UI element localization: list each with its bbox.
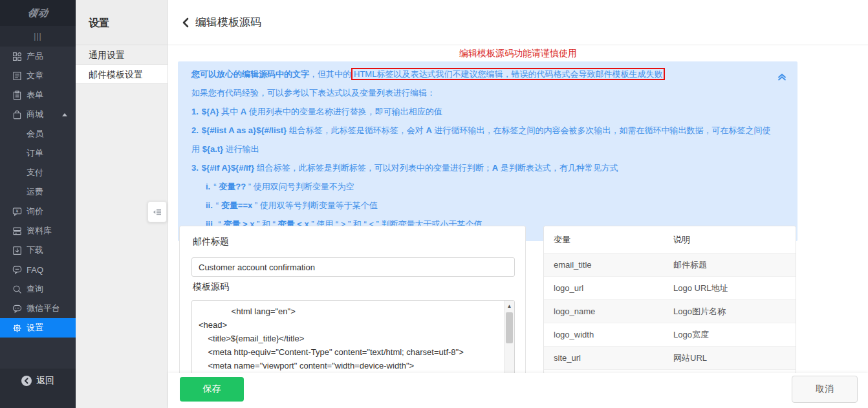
collapse-bars-icon: ||| [34, 32, 41, 41]
info-list-item: ii.“ 变量==x ” 使用双等号判断变量等于某个值 [191, 196, 772, 215]
sidebar-item-label: 商城 [27, 109, 43, 120]
search-icon [12, 284, 22, 294]
secondary-sidebar-header: 设置 [76, 0, 168, 45]
primary-sidebar: 领动 ||| 产品文章表单商城会员订单支付运费¥询价资料库下载FAQ查询微信平台… [0, 0, 76, 408]
variable-name: site_url [544, 353, 673, 363]
sidebar-item-shipping[interactable]: 运费 [0, 182, 76, 202]
sidebar-item-label: 表单 [27, 89, 43, 101]
chevron-double-up-icon [777, 72, 787, 82]
variable-name: logo_url [544, 283, 673, 293]
save-button[interactable]: 保存 [180, 377, 244, 402]
info-line-1-bold: 您可以放心的编辑源码中的文字 [191, 69, 309, 79]
cancel-button[interactable]: 取消 [792, 376, 858, 403]
warning-text: 编辑模板源码功能请谨慎使用 [168, 48, 868, 59]
menu-collapse-button[interactable] [147, 201, 167, 222]
variables-table-header: 变量 说明 [544, 226, 796, 253]
logo[interactable]: 领动 [0, 0, 76, 26]
sidebar-collapse-toggle[interactable]: ||| [0, 26, 76, 47]
sidebar-item-articles[interactable]: 文章 [0, 66, 76, 85]
info-box: 您可以放心的编辑源码中的文字，但其中的HTML标签以及表达式我们不建议您编辑，错… [178, 61, 797, 241]
inquiry-icon: ¥ [12, 206, 22, 217]
variables-header-name: 变量 [544, 234, 673, 246]
faq-icon [12, 264, 22, 275]
page-title: 编辑模板源码 [195, 15, 261, 30]
variable-description: Logo图片名称 [673, 306, 796, 317]
variable-description: 网站URL [673, 352, 796, 364]
secondary-sidebar-title: 设置 [89, 17, 109, 28]
page: 领动 ||| 产品文章表单商城会员订单支付运费¥询价资料库下载FAQ查询微信平台… [0, 0, 868, 408]
template-source-label: 模板源码 [193, 281, 229, 293]
svg-text:¥: ¥ [16, 208, 18, 213]
sidebar-item-label: 下载 [27, 244, 43, 256]
back-chevron-icon[interactable] [181, 17, 190, 28]
variable-row: logo_urlLogo URL地址 [544, 277, 796, 300]
back-circle-icon [21, 376, 32, 386]
sidebar-item-library[interactable]: 资料库 [0, 221, 76, 241]
action-footer: 保存 取消 [168, 373, 868, 408]
sidebar-item-members[interactable]: 会员 [0, 124, 76, 144]
variable-row: logo_widthLogo宽度 [544, 323, 796, 347]
sidebar-item-forms[interactable]: 表单 [0, 85, 76, 105]
sidebar-item-label: 微信平台 [27, 303, 60, 314]
grid-icon [12, 51, 22, 61]
variable-name: logo_name [544, 306, 673, 316]
sidebar-item-label: 会员 [27, 128, 43, 140]
settings-menu-item-general[interactable]: 通用设置 [76, 45, 168, 65]
sidebar-item-settings[interactable]: 设置 [0, 318, 76, 338]
scrollbar-thumb[interactable] [506, 312, 513, 343]
info-item-number: 3. [191, 163, 199, 173]
variable-name: logo_width [544, 330, 673, 339]
info-item-number: ii. [206, 200, 213, 210]
expand-arrow-icon [62, 113, 67, 116]
main-content: 编辑模板源码 编辑模板源码功能请谨慎使用 您可以放心的编辑源码中的文字，但其中的… [168, 0, 868, 408]
sidebar-item-label: 设置 [27, 322, 43, 334]
form-icon [12, 90, 22, 100]
info-line-2: 如果您有代码经验，可以参考以下表达式以及变量列表进行编辑： [191, 83, 772, 102]
sidebar-item-payment[interactable]: 支付 [0, 163, 76, 182]
info-line-1: 您可以放心的编辑源码中的文字，但其中的HTML标签以及表达式我们不建议您编辑，错… [191, 65, 772, 83]
sidebar-item-store[interactable]: 商城 [0, 105, 76, 124]
menu-collapse-icon [152, 207, 162, 217]
info-item-number: 1. [191, 107, 199, 116]
sidebar-item-label: 询价 [27, 206, 43, 217]
sidebar-item-search[interactable]: 查询 [0, 279, 76, 299]
variable-description: Logo宽度 [673, 329, 796, 341]
sidebar-item-download[interactable]: 下载 [0, 241, 76, 260]
variable-row: email_title邮件标题 [544, 253, 796, 277]
sidebar-item-label: 资料库 [27, 225, 52, 237]
gear-icon [12, 323, 22, 333]
sidebar-item-products[interactable]: 产品 [0, 47, 76, 66]
info-list-item: 2.${#list A as a}${#/list} 组合标签，此标签是循环标签… [191, 121, 772, 158]
info-list-item: i.“ 变量?? ” 使用双问号判断变量不为空 [191, 177, 772, 196]
email-title-label: 邮件标题 [193, 236, 229, 248]
sidebar-item-label: 查询 [27, 283, 43, 295]
variable-name: email_title [544, 260, 673, 270]
info-list-item: 1.${A} 其中 A 使用列表中的变量名称进行替换，即可输出相应的值 [191, 102, 772, 121]
page-header: 编辑模板源码 [168, 0, 868, 45]
sidebar-menu: 产品文章表单商城会员订单支付运费¥询价资料库下载FAQ查询微信平台设置 [0, 47, 76, 338]
info-line-1-mid: ，但其中的 [309, 69, 351, 79]
sidebar-item-faq[interactable]: FAQ [0, 260, 76, 279]
settings-menu-item-email-template[interactable]: 邮件模板设置 [76, 65, 168, 84]
secondary-sidebar-menu: 通用设置邮件模板设置 [76, 45, 168, 84]
sidebar-footer: 返回 [0, 369, 76, 408]
sidebar-item-wechat[interactable]: 微信平台 [0, 299, 76, 318]
variables-table-card: 变量 说明 email_title邮件标题logo_urlLogo URL地址l… [543, 226, 796, 374]
info-list-item: 3.${#if A}${#/if} 组合标签，此标签是判断标签，可以对列表中的变… [191, 158, 772, 177]
sidebar-item-label: 运费 [27, 186, 43, 198]
sidebar-item-label: 产品 [27, 50, 43, 62]
back-button[interactable]: 返回 [0, 375, 76, 387]
sidebar-item-inquiry[interactable]: ¥询价 [0, 202, 76, 221]
scrollbar-up-arrow-icon[interactable]: ▲ [505, 301, 514, 311]
email-title-input[interactable] [191, 257, 515, 277]
article-icon [12, 70, 22, 81]
collapse-info-box-button[interactable] [777, 70, 787, 89]
variable-description: Logo URL地址 [673, 283, 796, 294]
sidebar-item-orders[interactable]: 订单 [0, 144, 76, 163]
library-icon [12, 226, 22, 236]
info-list: 1.${A} 其中 A 使用列表中的变量名称进行替换，即可输出相应的值2.${#… [191, 102, 772, 233]
variables-table-body: email_title邮件标题logo_urlLogo URL地址logo_na… [544, 253, 796, 370]
info-line-1-highlight: HTML标签以及表达式我们不建议您编辑，错误的代码格式会导致邮件模板生成失败 [351, 68, 665, 80]
variable-row: site_url网站URL [544, 347, 796, 370]
info-item-number: i. [206, 182, 210, 191]
